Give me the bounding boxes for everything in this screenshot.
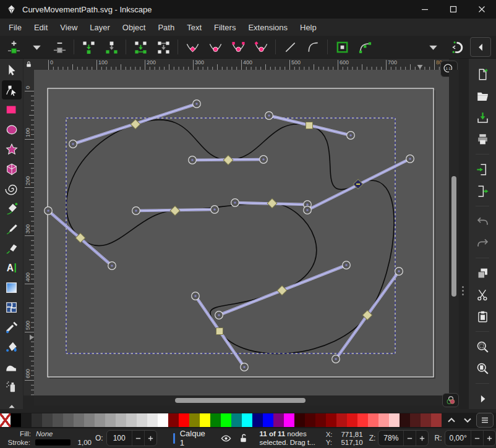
opacity-value[interactable]: 100 xyxy=(107,434,132,442)
palette-swatch-b21212[interactable] xyxy=(336,413,347,427)
layer-name[interactable]: Calque 1 xyxy=(180,429,212,447)
zoom-drawing-button[interactable] xyxy=(472,359,493,378)
palette-swatch-808080[interactable] xyxy=(84,413,95,427)
palette-swatch-800000[interactable] xyxy=(168,413,179,427)
palette-swatch-ff6666[interactable] xyxy=(368,413,378,427)
palette-swatch-6f6f6f[interactable] xyxy=(74,413,84,427)
vertical-scrollbar-thumb[interactable] xyxy=(451,176,456,297)
break-nodes-button[interactable] xyxy=(103,38,120,56)
palette-swatch-ff9999[interactable] xyxy=(378,413,389,427)
symmetric-node-button[interactable] xyxy=(229,38,247,56)
insert-node-options-icon[interactable] xyxy=(28,38,45,56)
stroke-color-swatch[interactable] xyxy=(35,439,71,446)
paste-button[interactable] xyxy=(472,307,493,326)
tool-spiral-button[interactable] xyxy=(2,179,22,198)
tool-pen-button[interactable] xyxy=(2,199,22,218)
tool-paint-bucket-button[interactable] xyxy=(2,337,22,357)
layer-visibility-icon[interactable] xyxy=(220,432,233,444)
palette-swatch-ff0000[interactable] xyxy=(179,413,189,427)
layer-lock-icon[interactable] xyxy=(237,432,250,444)
tool-calligraphy-button[interactable] xyxy=(2,239,22,258)
palette-swatch-000000[interactable] xyxy=(11,413,21,427)
delete-node-button[interactable] xyxy=(51,38,68,56)
duplicate-button[interactable] xyxy=(472,264,493,282)
rotation-value[interactable]: 0,00° xyxy=(445,434,471,442)
palette-swatch-4d0000[interactable] xyxy=(305,413,315,427)
palette-swatch-4f4f4f[interactable] xyxy=(53,413,63,427)
palette-swatch-660000[interactable] xyxy=(315,413,326,427)
palette-swatch-2e2e2e[interactable] xyxy=(32,413,42,427)
menu-layer[interactable]: Layer xyxy=(83,20,116,35)
menu-edit[interactable]: Edit xyxy=(28,20,54,35)
import-button[interactable] xyxy=(472,160,493,179)
path-node-square[interactable] xyxy=(306,122,313,129)
menu-view[interactable]: View xyxy=(54,20,83,35)
palette-swatch-none[interactable] xyxy=(0,413,11,427)
ruler-lock-icon[interactable] xyxy=(24,59,34,70)
tool-dropper-button[interactable] xyxy=(2,318,22,337)
minimize-button[interactable] xyxy=(411,0,439,19)
path-node-square[interactable] xyxy=(216,328,223,335)
vertical-scrollbar[interactable] xyxy=(449,70,459,395)
export-button[interactable] xyxy=(472,182,493,200)
palette-swatch-5e5e5e[interactable] xyxy=(63,413,74,427)
palette-swatch-a3a3a3[interactable] xyxy=(105,413,116,427)
cut-button[interactable] xyxy=(472,285,493,304)
tool-rectangle-button[interactable] xyxy=(2,100,22,119)
palette-swatch-e8e8e8[interactable] xyxy=(147,413,158,427)
menu-path[interactable]: Path xyxy=(152,20,181,35)
palette-swatch-8b0000[interactable] xyxy=(326,413,336,427)
corner-node-button[interactable] xyxy=(184,38,201,56)
menu-filters[interactable]: Filters xyxy=(208,20,242,35)
folder-open-button[interactable] xyxy=(472,87,493,105)
palette-swatch-330000[interactable] xyxy=(294,413,305,427)
palette-swatch-ff3333[interactable] xyxy=(357,413,368,427)
palette-swatch-993333[interactable] xyxy=(431,413,442,427)
delete-segment-button[interactable] xyxy=(155,38,172,56)
join-with-segment-button[interactable] xyxy=(132,38,149,56)
opacity-increase-button[interactable] xyxy=(144,431,156,446)
palette-swatch-008080[interactable] xyxy=(231,413,242,427)
palette-scroll-down-button[interactable] xyxy=(460,414,475,426)
tool-box-3d-button[interactable] xyxy=(2,159,22,179)
palette-swatch-00ff00[interactable] xyxy=(221,413,231,427)
tool-tweak-button[interactable] xyxy=(2,357,22,376)
menu-file[interactable]: File xyxy=(2,20,28,35)
palette-swatch-000080[interactable] xyxy=(252,413,263,427)
curve-segment-button[interactable] xyxy=(304,38,322,56)
palette-swatch-ff00ff[interactable] xyxy=(284,413,294,427)
stroke-width-value[interactable]: 1,00 xyxy=(78,439,92,446)
menu-text[interactable]: Text xyxy=(181,20,208,35)
palette-swatch-ffffff[interactable] xyxy=(158,413,168,427)
horizontal-scrollbar-thumb[interactable] xyxy=(175,398,306,403)
document-save-button[interactable] xyxy=(472,108,493,127)
palette-swatch-4d1a1a[interactable] xyxy=(410,413,421,427)
tool-pencil-button[interactable] xyxy=(2,219,22,238)
rotation-increase-button[interactable] xyxy=(483,431,495,446)
tool-gradient-button[interactable] xyxy=(2,278,22,297)
palette-swatch-c5c5c5[interactable] xyxy=(126,413,137,427)
join-nodes-button[interactable] xyxy=(80,38,97,56)
close-button[interactable] xyxy=(468,0,496,19)
tool-spray-button[interactable] xyxy=(2,377,22,396)
palette-swatch-dc1414[interactable] xyxy=(347,413,357,427)
document-new-button[interactable] xyxy=(472,65,493,83)
horizontal-ruler[interactable]: 0100200300400500600700800 xyxy=(34,59,449,70)
palette-swatch-2b0d0d[interactable] xyxy=(400,413,410,427)
rotation-decrease-button[interactable] xyxy=(471,431,483,446)
auto-smooth-node-button[interactable] xyxy=(252,38,270,56)
tool-node-editor-button[interactable] xyxy=(2,80,22,99)
zoom-decrease-button[interactable] xyxy=(403,431,416,446)
palette-scroll-up-button[interactable] xyxy=(444,414,459,426)
menu-help[interactable]: Help xyxy=(294,20,323,35)
vertical-ruler[interactable]: 0100200300400500600 xyxy=(24,70,34,395)
object-to-path-button[interactable] xyxy=(333,38,351,56)
palette-swatch-00ffff[interactable] xyxy=(242,413,252,427)
maximize-button[interactable] xyxy=(439,0,468,19)
menu-object[interactable]: Object xyxy=(116,20,152,35)
palette-swatch-808000[interactable] xyxy=(189,413,200,427)
fill-value[interactable]: None xyxy=(36,430,53,437)
zoom-increase-button[interactable] xyxy=(416,431,428,446)
palette-swatch-ffcccc[interactable] xyxy=(389,413,400,427)
toolbar-options-icon[interactable] xyxy=(424,38,442,56)
